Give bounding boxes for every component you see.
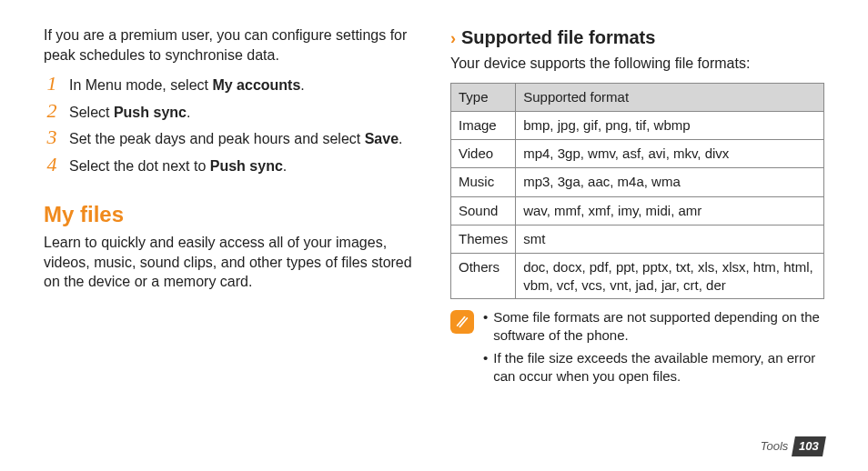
note-text: Some file formats are not supported depe…	[493, 308, 824, 346]
step-pre: In Menu mode, select	[69, 77, 212, 93]
table-row: Video mp4, 3gp, wmv, asf, avi, mkv, divx	[451, 140, 824, 168]
step-text: Select the dot next to Push sync.	[69, 156, 287, 176]
table-header-row: Type Supported format	[451, 83, 824, 111]
table-header-type: Type	[451, 83, 516, 111]
footer-section: Tools	[761, 438, 789, 455]
cell-format: smt	[516, 225, 824, 253]
step-post: .	[187, 105, 190, 120]
page-number-badge: 103	[792, 436, 826, 456]
step-text: In Menu mode, select My accounts.	[69, 75, 305, 95]
cell-type: Themes	[451, 225, 516, 253]
subheading-row: › Supported file formats	[450, 25, 824, 50]
page: If you are a premium user, you can confi…	[0, 0, 868, 471]
step-bold: Push sync	[210, 158, 283, 174]
chevron-icon: ›	[450, 30, 456, 46]
sub-intro: Your device supports the following file …	[450, 54, 824, 74]
step-2: 2 Select Push sync.	[44, 101, 418, 123]
step-text: Set the peak days and peak hours and sel…	[69, 129, 403, 149]
cell-format: mp4, 3gp, wmv, asf, avi, mkv, divx	[516, 140, 824, 168]
note-item: • If the file size exceeds the available…	[483, 349, 824, 386]
table-row: Music mp3, 3ga, aac, m4a, wma	[451, 168, 824, 196]
cell-type: Music	[451, 168, 516, 196]
note-text: If the file size exceeds the available m…	[493, 349, 824, 386]
note-list: • Some file formats are not supported de…	[483, 308, 824, 389]
step-bold: Push sync	[114, 105, 187, 120]
bullet-icon: •	[483, 308, 488, 346]
table-header-format: Supported format	[516, 83, 824, 111]
table-row: Themes smt	[451, 225, 824, 253]
step-list: 1 In Menu mode, select My accounts. 2 Se…	[44, 74, 418, 175]
table-row: Image bmp, jpg, gif, png, tif, wbmp	[451, 111, 824, 139]
cell-type: Sound	[451, 196, 516, 225]
page-number: 103	[799, 438, 819, 455]
left-column: If you are a premium user, you can confi…	[44, 25, 418, 471]
section-heading-myfiles: My files	[44, 200, 418, 229]
step-post: .	[399, 131, 402, 146]
page-footer: Tools 103	[761, 436, 824, 456]
cell-format: wav, mmf, xmf, imy, midi, amr	[516, 196, 824, 225]
step-bold: Save	[365, 131, 399, 146]
formats-table: Type Supported format Image bmp, jpg, gi…	[450, 83, 824, 300]
note-item: • Some file formats are not supported de…	[483, 308, 824, 346]
intro-text: If you are a premium user, you can confi…	[44, 25, 418, 65]
step-pre: Set the peak days and peak hours and sel…	[69, 131, 365, 146]
step-text: Select Push sync.	[69, 103, 190, 123]
step-1: 1 In Menu mode, select My accounts.	[44, 74, 418, 95]
step-4: 4 Select the dot next to Push sync.	[44, 155, 418, 176]
cell-format: doc, docx, pdf, ppt, pptx, txt, xls, xls…	[516, 254, 824, 299]
step-bold: My accounts	[212, 77, 300, 93]
right-column: › Supported file formats Your device sup…	[450, 25, 824, 471]
step-3: 3 Set the peak days and peak hours and s…	[44, 127, 418, 149]
section-body: Learn to quickly and easily access all o…	[44, 233, 418, 292]
step-post: .	[283, 158, 287, 174]
step-number: 1	[44, 74, 60, 94]
bullet-icon: •	[483, 349, 488, 386]
step-post: .	[300, 77, 304, 93]
note-icon	[450, 310, 474, 334]
cell-format: mp3, 3ga, aac, m4a, wma	[516, 168, 824, 196]
cell-type: Others	[451, 254, 516, 299]
step-number: 3	[44, 127, 60, 147]
step-pre: Select the dot next to	[69, 158, 210, 174]
subheading-supported-formats: Supported file formats	[461, 25, 655, 50]
cell-format: bmp, jpg, gif, png, tif, wbmp	[516, 111, 824, 139]
note-box: • Some file formats are not supported de…	[450, 308, 824, 389]
step-number: 2	[44, 101, 60, 121]
step-number: 4	[44, 155, 60, 175]
table-row: Others doc, docx, pdf, ppt, pptx, txt, x…	[451, 254, 824, 299]
step-pre: Select	[69, 105, 114, 120]
cell-type: Image	[451, 111, 516, 139]
table-row: Sound wav, mmf, xmf, imy, midi, amr	[451, 196, 824, 225]
cell-type: Video	[451, 140, 516, 168]
